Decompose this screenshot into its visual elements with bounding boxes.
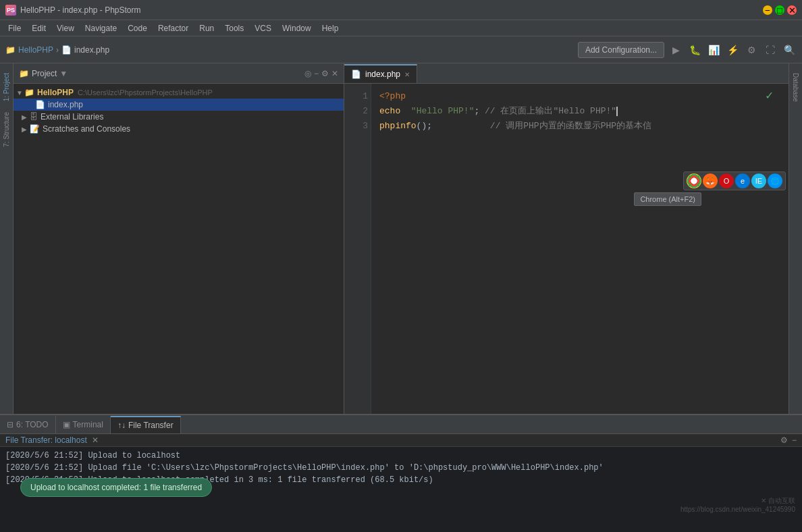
toast-notification: Upload to localhost completed: 1 file tr…: [20, 478, 212, 497]
breadcrumb-file-icon: 📄: [61, 45, 72, 55]
external-libs-icon: 🗄: [30, 112, 38, 122]
editor-content[interactable]: 1 2 3 <?php echo "Hello PHP!"; // 在页面上输出…: [344, 84, 788, 414]
tree-item-index-php[interactable]: 📄 index.php: [14, 99, 344, 111]
gear-icon[interactable]: ⚙: [321, 69, 329, 78]
project-panel: 📁 Project ▼ ◎ − ⚙ ✕ ▼ 📁 HelloPHP C:\User…: [14, 63, 344, 414]
breadcrumb-file[interactable]: index.php: [74, 45, 109, 55]
dropdown-icon[interactable]: ▼: [59, 69, 68, 78]
project-tree: ▼ 📁 HelloPHP C:\Users\lzc\PhpstormProjec…: [14, 84, 344, 414]
menu-tools[interactable]: Tools: [219, 22, 249, 34]
minimize-button[interactable]: −: [763, 5, 772, 15]
coverage-button[interactable]: 📊: [706, 43, 721, 57]
tree-root-label: HelloPHP: [37, 88, 74, 97]
editor-area: 📄 index.php ✕ 1 2 3 <?php echo "Hello PH…: [344, 63, 788, 414]
firefox-browser-button[interactable]: 🦊: [703, 174, 718, 188]
tab-close-icon[interactable]: ✕: [404, 71, 410, 78]
editor-status-ok: ✓: [765, 89, 774, 102]
app-logo: PS: [5, 5, 16, 16]
tab-file-icon: 📄: [351, 70, 361, 79]
titlebar-left: PS HelloPHP - index.php - PhpStorm: [5, 5, 141, 16]
tree-root-path: C:\Users\lzc\PhpstormProjects\HelloPHP: [78, 88, 213, 97]
run-button[interactable]: ▶: [668, 43, 683, 57]
vtab-structure[interactable]: 7: Structure: [1, 109, 11, 150]
menu-navigate[interactable]: Navigate: [80, 22, 122, 34]
menu-refactor[interactable]: Refactor: [153, 22, 194, 34]
file-transfer-server-label: File Transfer: localhost ✕: [5, 435, 99, 445]
bottom-tab-bar: ⊟ 6: TODO ▣ Terminal ↑↓ File Transfer: [0, 415, 802, 434]
tree-item-scratches[interactable]: ▶ 📝 Scratches and Consoles: [14, 123, 344, 135]
project-panel-header: 📁 Project ▼ ◎ − ⚙ ✕: [14, 63, 344, 84]
chrome-tooltip: Chrome (Alt+F2): [634, 192, 701, 206]
search-everywhere-button[interactable]: 🔍: [782, 43, 797, 57]
fullscreen-button[interactable]: ⛶: [763, 43, 778, 57]
add-configuration-button[interactable]: Add Configuration...: [578, 42, 664, 58]
toolbar-breadcrumb-area: 📁 HelloPHP › 📄 index.php: [5, 45, 109, 55]
menu-help[interactable]: Help: [317, 22, 344, 34]
main-area: 1: Project 7: Structure 📁 Project ▼ ◎ − …: [0, 63, 802, 414]
log-line-1: [2020/5/6 21:52] Upload to localhost: [5, 450, 797, 462]
project-panel-actions: ◎ − ⚙ ✕: [304, 69, 338, 78]
breadcrumb-project[interactable]: HelloPHP: [18, 45, 53, 55]
window-controls[interactable]: − □ ✕: [763, 5, 797, 15]
watermark: ✕ 自动互联 https://blog.csdn.net/weixin_4124…: [680, 496, 795, 513]
tree-item-external-libs[interactable]: ▶ 🗄 External Libraries: [14, 111, 344, 123]
ie-browser-button[interactable]: IE: [751, 174, 766, 188]
tree-item-root[interactable]: ▼ 📁 HelloPHP C:\Users\lzc\PhpstormProjec…: [14, 86, 344, 99]
browser-toolbar: Chrome (Alt+F2) 🦊 O e IE 🌐: [683, 171, 786, 190]
profile-button[interactable]: ⚡: [725, 43, 740, 57]
tree-arrow-root: ▼: [16, 89, 24, 97]
server-close[interactable]: ✕: [92, 435, 99, 445]
tab-terminal-icon: ▣: [63, 420, 70, 429]
scratches-icon: 📝: [30, 124, 40, 134]
edge-browser-button[interactable]: 🌐: [768, 174, 782, 188]
code-editor[interactable]: <?php echo "Hello PHP!"; // 在页面上输出"Hello…: [371, 84, 788, 414]
project-title-area: 📁 Project ▼: [19, 69, 68, 78]
menu-run[interactable]: Run: [194, 22, 219, 34]
collapse-icon[interactable]: −: [314, 69, 319, 78]
close-panel-icon[interactable]: ✕: [331, 69, 338, 78]
vtab-project[interactable]: 1: Project: [1, 70, 11, 104]
server-host[interactable]: localhost: [55, 435, 86, 445]
line-numbers: 1 2 3: [344, 84, 371, 414]
bottom-tab-terminal[interactable]: ▣ Terminal: [56, 416, 111, 433]
bottom-tab-todo[interactable]: ⊟ 6: TODO: [0, 416, 56, 433]
breadcrumb-sep: ›: [56, 45, 59, 55]
debug-button[interactable]: 🐛: [687, 43, 702, 57]
settings-button[interactable]: ⚙: [744, 43, 759, 57]
settings-icon[interactable]: ⚙: [780, 435, 788, 445]
tab-label: index.php: [365, 70, 400, 79]
menu-file[interactable]: File: [3, 22, 26, 34]
breadcrumb-project-icon: 📁: [5, 45, 16, 55]
editor-tab-bar: 📄 index.php ✕: [344, 63, 788, 84]
locate-icon[interactable]: ◎: [304, 69, 311, 78]
tab-file-transfer-icon: ↑↓: [117, 421, 126, 430]
menu-code[interactable]: Code: [122, 22, 153, 34]
tree-arrow-ext: ▶: [22, 113, 30, 121]
editor-tab-index-php[interactable]: 📄 index.php ✕: [344, 64, 417, 83]
titlebar-title: HelloPHP - index.php - PhpStorm: [20, 5, 141, 15]
server-name: File Transfer:: [5, 435, 55, 445]
project-panel-title: Project: [32, 69, 57, 78]
breadcrumb: 📁 HelloPHP › 📄 index.php: [5, 45, 109, 55]
chrome-browser-button[interactable]: Chrome (Alt+F2): [687, 174, 701, 188]
close-button[interactable]: ✕: [787, 5, 797, 15]
bottom-panel: ⊟ 6: TODO ▣ Terminal ↑↓ File Transfer Fi…: [0, 414, 802, 532]
maximize-button[interactable]: □: [775, 5, 784, 15]
project-folder-icon: 📁: [24, 88, 34, 97]
folder-icon: 📁: [19, 69, 29, 78]
toolbar-actions: Add Configuration... ▶ 🐛 📊 ⚡ ⚙ ⛶ 🔍: [578, 42, 797, 58]
vtab-database[interactable]: Database: [791, 70, 801, 105]
edge-legacy-browser-button[interactable]: e: [735, 174, 750, 188]
menu-vcs[interactable]: VCS: [249, 22, 277, 34]
menu-edit[interactable]: Edit: [26, 22, 51, 34]
menu-view[interactable]: View: [51, 22, 80, 34]
tree-external-libs-label: External Libraries: [41, 112, 103, 122]
minimize-icon[interactable]: −: [792, 435, 797, 445]
titlebar: PS HelloPHP - index.php - PhpStorm − □ ✕: [0, 0, 802, 20]
tree-scratches-label: Scratches and Consoles: [43, 124, 130, 134]
bottom-tab-file-transfer[interactable]: ↑↓ File Transfer: [111, 416, 181, 433]
php-file-icon: 📄: [35, 100, 45, 109]
opera-browser-button[interactable]: O: [719, 174, 734, 188]
left-vertical-tabs: 1: Project 7: Structure: [0, 63, 14, 414]
menu-window[interactable]: Window: [277, 22, 317, 34]
